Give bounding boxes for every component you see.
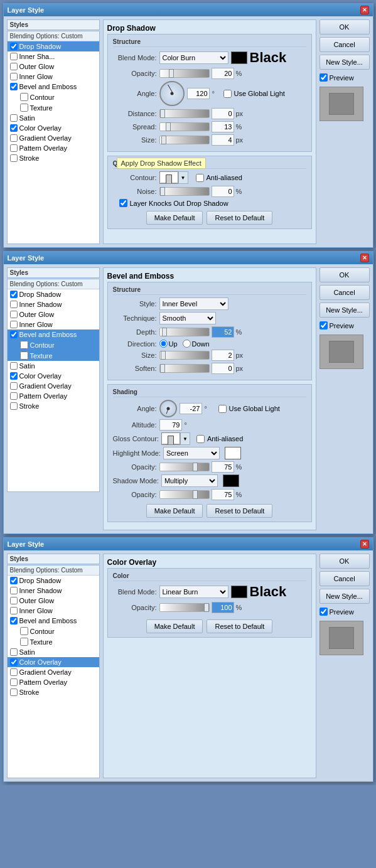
noise-value-1[interactable] — [212, 186, 234, 197]
sidebar-blending-3[interactable]: Blending Options: Custom — [8, 565, 99, 576]
make-default-btn-2[interactable]: Make Default — [146, 504, 203, 518]
altitude-value-2[interactable] — [159, 419, 182, 431]
blend-mode-select-1[interactable]: Color Burn Normal Multiply Linear Burn — [159, 51, 228, 64]
size-value-1[interactable] — [212, 134, 234, 146]
sidebar-item-inner-shadow-2[interactable]: Inner Shadow — [8, 299, 99, 309]
contour-dropdown-1[interactable]: ▼ — [178, 171, 188, 184]
checkbox-gradient-2[interactable] — [10, 382, 18, 390]
checkbox-pattern-3[interactable] — [10, 678, 18, 686]
new-style-btn-3[interactable]: New Style... — [320, 589, 370, 604]
shadow-color-swatch-2[interactable] — [223, 474, 239, 487]
shadow-opacity-range-2[interactable] — [159, 490, 210, 499]
checkbox-outer-glow-3[interactable] — [10, 597, 18, 604]
sidebar-item-satin-1[interactable]: Satin — [8, 113, 99, 123]
checkbox-gradient-3[interactable] — [10, 668, 18, 676]
depth-range-2[interactable] — [159, 328, 210, 336]
ok-btn-2[interactable]: OK — [320, 267, 370, 282]
soften-range-2[interactable] — [159, 364, 210, 373]
sidebar-item-contour-3[interactable]: Contour — [8, 626, 99, 636]
global-light-checkbox-1[interactable] — [223, 90, 232, 98]
anti-aliased-checkbox-2[interactable] — [196, 435, 205, 443]
sidebar-item-inner-glow-3[interactable]: Inner Glow — [8, 606, 99, 616]
sidebar-item-satin-2[interactable]: Satin — [8, 361, 99, 371]
checkbox-color-overlay-1[interactable] — [10, 124, 18, 132]
angle-value-input-2[interactable] — [180, 403, 202, 414]
sidebar-item-pattern-overlay-1[interactable]: Pattern Overlay — [8, 143, 99, 153]
sidebar-item-inner-shadow-3[interactable]: Inner Shadow — [8, 586, 99, 596]
checkbox-outer-glow-1[interactable] — [10, 63, 18, 70]
close-button-2[interactable]: ✕ — [360, 254, 369, 262]
make-default-btn-3[interactable]: Make Default — [146, 619, 203, 633]
sidebar-item-bevel-1[interactable]: Bevel and Emboss — [8, 82, 99, 92]
sidebar-blending-1[interactable]: Blending Options: Custom — [8, 31, 99, 41]
ok-btn-3[interactable]: OK — [320, 554, 370, 569]
spread-value-1[interactable] — [212, 121, 234, 132]
sidebar-item-pattern-overlay-2[interactable]: Pattern Overlay — [8, 391, 99, 401]
sidebar-item-inner-shadow-1[interactable]: Inner Sha... — [8, 51, 99, 62]
sidebar-item-color-overlay-2[interactable]: Color Overlay — [8, 371, 99, 381]
ok-btn-1[interactable]: OK — [320, 19, 370, 35]
checkbox-satin-1[interactable] — [10, 114, 18, 122]
direction-down-radio-2[interactable] — [183, 340, 191, 348]
sidebar-item-outer-glow-3[interactable]: Outer Glow — [8, 596, 99, 606]
checkbox-drop-shadow-2[interactable] — [10, 291, 18, 298]
shadow-mode-select-2[interactable]: Multiply Normal Screen — [161, 474, 218, 487]
checkbox-drop-shadow-3[interactable] — [10, 577, 18, 584]
sidebar-blending-2[interactable]: Blending Options: Custom — [8, 279, 99, 289]
checkbox-gradient-1[interactable] — [10, 134, 18, 142]
size-value-2[interactable] — [212, 350, 234, 361]
noise-slider-1[interactable] — [159, 187, 210, 196]
sidebar-item-drop-shadow-2[interactable]: Drop Shadow — [8, 289, 99, 299]
highlight-mode-select-2[interactable]: Screen Normal Multiply — [163, 447, 220, 459]
sidebar-item-inner-glow-1[interactable]: Inner Glow — [8, 72, 99, 82]
size-range-2[interactable] — [159, 351, 210, 360]
checkbox-contour-1[interactable] — [20, 93, 28, 101]
checkbox-texture-3[interactable] — [20, 638, 28, 646]
checkbox-contour-3[interactable] — [20, 627, 28, 635]
checkbox-color-overlay-2[interactable] — [10, 372, 18, 380]
direction-down-label-2[interactable]: Down — [183, 340, 210, 348]
blend-mode-select-3[interactable]: Linear Burn Normal Multiply Color Burn — [159, 586, 228, 598]
checkbox-bevel-1[interactable] — [10, 83, 18, 90]
checkbox-satin-3[interactable] — [10, 648, 18, 656]
opacity-value-1[interactable] — [212, 68, 234, 79]
sidebar-item-color-overlay-3[interactable]: Color Overlay — [8, 657, 99, 667]
checkbox-pattern-1[interactable] — [10, 144, 18, 152]
size-slider-1[interactable] — [159, 136, 210, 144]
distance-value-1[interactable] — [212, 108, 234, 119]
checkbox-stroke-2[interactable] — [10, 402, 18, 410]
opacity-slider-1[interactable] — [159, 69, 210, 78]
style-select-2[interactable]: Inner Bevel Outer Bevel Emboss Pillow Em… — [159, 297, 228, 310]
spread-slider-1[interactable] — [159, 122, 210, 131]
checkbox-drop-shadow-1[interactable] — [10, 43, 18, 50]
checkbox-inner-shadow-3[interactable] — [10, 587, 18, 594]
sidebar-item-drop-shadow-1[interactable]: Drop Shadow — [8, 41, 99, 51]
checkbox-pattern-2[interactable] — [10, 392, 18, 400]
checkbox-stroke-1[interactable] — [10, 154, 18, 162]
reset-default-btn-3[interactable]: Reset to Default — [207, 619, 272, 633]
make-default-btn-1[interactable]: Make Default — [146, 211, 203, 225]
reset-default-btn-2[interactable]: Reset to Default — [207, 504, 272, 518]
sidebar-item-outer-glow-1[interactable]: Outer Glow — [8, 62, 99, 72]
sidebar-item-texture-3[interactable]: Texture — [8, 636, 99, 647]
technique-select-2[interactable]: Smooth Chisel Hard Chisel Soft — [159, 312, 216, 324]
cancel-btn-2[interactable]: Cancel — [320, 285, 370, 300]
new-style-btn-2[interactable]: New Style... — [320, 303, 370, 318]
sidebar-item-bevel-2[interactable]: Bevel and Emboss — [8, 330, 99, 340]
sidebar-item-contour-2[interactable]: Contour — [8, 340, 99, 350]
direction-up-label-2[interactable]: Up — [159, 340, 178, 348]
sidebar-item-contour-1[interactable]: Contour — [8, 92, 99, 102]
depth-value-2[interactable] — [212, 326, 234, 338]
checkbox-inner-glow-2[interactable] — [10, 321, 18, 328]
layer-knocks-checkbox-1[interactable] — [119, 199, 127, 207]
shadow-opacity-value-2[interactable] — [212, 489, 234, 500]
checkbox-bevel-3[interactable] — [10, 617, 18, 624]
color-swatch-3[interactable] — [231, 586, 247, 598]
sidebar-item-drop-shadow-3[interactable]: Drop Shadow — [8, 576, 99, 586]
checkbox-inner-shadow-1[interactable] — [10, 53, 18, 60]
sidebar-item-stroke-2[interactable]: Stroke — [8, 401, 99, 411]
gloss-contour-dropdown-2[interactable]: ▼ — [180, 432, 190, 445]
preview-check-2[interactable] — [320, 321, 328, 330]
preview-check-1[interactable] — [320, 73, 328, 82]
checkbox-inner-glow-1[interactable] — [10, 73, 18, 80]
